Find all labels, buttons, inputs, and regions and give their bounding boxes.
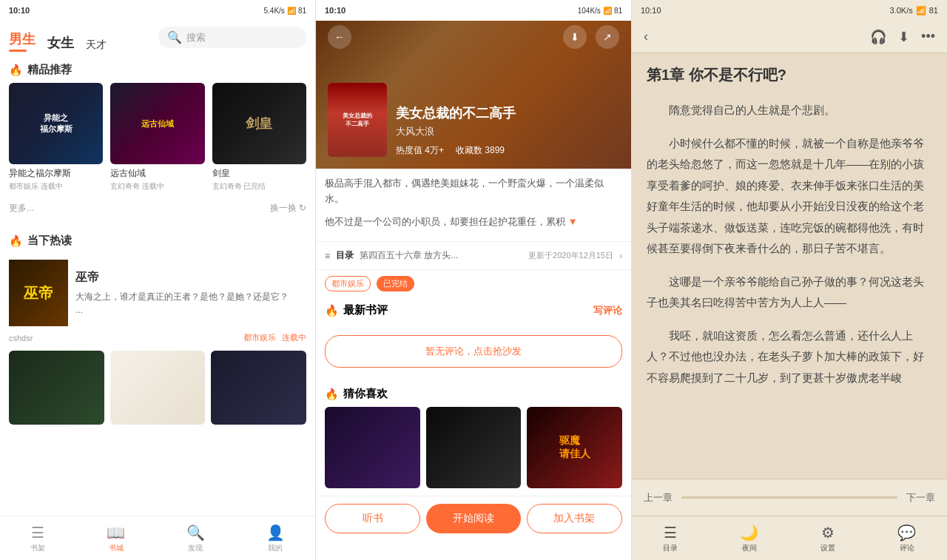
prev-chapter-button[interactable]: 上一章 (644, 491, 673, 505)
hot-book-desc: 大海之上，谁才是真正的王者？是他？是她？还是它？ (75, 290, 306, 303)
nav-item-shelf[interactable]: ☰ 书架 (30, 524, 45, 553)
p3-top-right: 🎧 ⬇ ••• (870, 29, 935, 45)
comments-label: 评论 (900, 543, 914, 553)
p3-back-button[interactable]: ‹ (644, 29, 648, 44)
tab-talent[interactable]: 天才 (86, 38, 107, 52)
p3-nav-night[interactable]: 🌙 夜间 (740, 524, 758, 553)
next-chapter-button[interactable]: 下一章 (906, 491, 935, 505)
network-speed-1: 5.4K/s (264, 7, 285, 15)
p2-tag-1[interactable]: 都市娱乐 (325, 276, 371, 291)
small-book-1[interactable] (9, 351, 104, 425)
back-button[interactable]: ← (328, 25, 351, 49)
chapter-date: 更新于2020年12月15日 (528, 250, 613, 261)
rec-book-3[interactable]: 驱魔请佳人 (527, 407, 622, 488)
shelf-label: 书架 (30, 543, 45, 553)
battery-1: 81 (298, 7, 306, 15)
p2-book-info: 美女总裁的不二高手 美女总裁的不二高手 大风大浪 热度值 4万+ 收藏数 389… (328, 83, 619, 157)
p3-reading-content: 第1章 你不是不行吧? 隋意觉得自己的人生就是个悲剧。 小时候什么都不懂的时候，… (632, 53, 947, 479)
p3-top-bar: ‹ 🎧 ⬇ ••• (632, 21, 947, 53)
p2-book-title: 美女总裁的不二高手 (396, 104, 516, 122)
hot-author: cshdsr (9, 334, 33, 343)
p2-tag-2[interactable]: 已完结 (377, 276, 414, 291)
signal-icon-3: 📶 (916, 6, 926, 16)
p3-nav-comments[interactable]: 💬 评论 (897, 524, 916, 553)
p2-hero: ← ⬇ ↗ 美女总裁的不二高手 美女总裁的不二高手 大风大浪 热度值 4万+ 收… (316, 21, 631, 169)
headphone-icon[interactable]: 🎧 (870, 29, 886, 45)
tab-female[interactable]: 女生 (47, 34, 74, 52)
book-item-3[interactable]: 剑皇 剑皇 玄幻奇奇 已完结 (212, 83, 306, 192)
panel-bookstore: 10:10 5.4K/s 📶 81 男生 女生 天才 🔍 (0, 0, 316, 560)
bottom-nav-1: ☰ 书架 📖 书城 🔍 发现 👤 我的 (0, 516, 315, 560)
book-cover-1: 异能之福尔摩斯 (9, 83, 103, 164)
store-label: 书城 (109, 543, 124, 553)
book-meta-2: 玄幻奇奇 连载中 (110, 181, 204, 192)
time-1: 10:10 (9, 6, 30, 15)
network-2: 104K/s (578, 7, 601, 15)
nav-item-store[interactable]: 📖 书城 (107, 524, 125, 553)
paragraph-4: 我呸，就咱这资质，怎么看怎么普通，还什么人上人？不过他也没办法，在老头子萝卜加大… (647, 325, 932, 389)
book-item-2[interactable]: 远古仙域 远古仙域 玄幻奇奇 连载中 (110, 83, 204, 192)
listen-button[interactable]: 听书 (325, 504, 420, 533)
progress-bar (681, 496, 897, 499)
p3-more-icon[interactable]: ••• (921, 29, 935, 44)
search-bar[interactable]: 🔍 搜索 (158, 27, 306, 48)
p2-chapter-bar[interactable]: ≡ 目录 第四百五十六章 放方头... 更新于2020年12月15日 › (316, 241, 631, 270)
p3-download-icon[interactable]: ⬇ (898, 29, 909, 45)
section-hot: 🔥 当下热读 (0, 226, 315, 254)
status-icons-2: 104K/s 📶 81 (578, 7, 622, 15)
hot-book-info: 巫帝 大海之上，谁才是真正的王者？是他？是她？还是它？ ... (75, 260, 306, 326)
p3-chapter-nav-bar: 上一章 下一章 (632, 479, 947, 516)
hot-book-cover: 巫帝 (9, 260, 68, 326)
p2-review-empty[interactable]: 暂无评论，点击抢沙发 (325, 335, 622, 368)
add-shelf-button[interactable]: 加入书架 (527, 504, 622, 533)
change-button[interactable]: 换一换 ↻ (270, 199, 306, 220)
write-review-button[interactable]: 写评论 (593, 304, 622, 317)
status-bar-2: 10:10 104K/s 📶 81 (316, 0, 631, 21)
panel-book-detail: 10:10 104K/s 📶 81 ← ⬇ ↗ 美女总裁的不二高手 美女总裁的不… (316, 0, 632, 560)
p2-desc: 极品高手混入都市，偶遇绝美姐妹花，一个野蛮火爆，一个温柔似水。 (325, 176, 622, 207)
section-featured: 🔥 精品推荐 (0, 55, 315, 83)
p2-reviews-header: 🔥 最新书评 写评论 (316, 297, 631, 323)
status-icons-1: 5.4K/s 📶 81 (264, 7, 306, 15)
settings-label: 设置 (820, 543, 835, 553)
fire-icon-rec: 🔥 (325, 388, 339, 401)
status-bar-3: 10:10 3.0K/s 📶 81 (632, 0, 947, 21)
night-label: 夜间 (742, 543, 757, 553)
p2-favorites: 收藏数 3899 (456, 144, 505, 157)
small-book-3[interactable] (211, 351, 306, 425)
share-icon[interactable]: ↗ (596, 25, 619, 49)
small-books-row (0, 348, 315, 432)
expand-icon[interactable]: ▼ (568, 216, 578, 227)
search-icon: 🔍 (167, 30, 182, 44)
nav-item-discover[interactable]: 🔍 发现 (186, 524, 205, 553)
rec-book-2[interactable] (426, 407, 522, 488)
p2-book-text: 美女总裁的不二高手 大风大浪 热度值 4万+ 收藏数 3899 (396, 104, 516, 157)
nav-item-profile[interactable]: 👤 我的 (266, 524, 285, 553)
toc-icon: ☰ (664, 524, 677, 542)
time-3: 10:10 (641, 6, 661, 15)
comments-icon: 💬 (897, 524, 916, 542)
profile-icon: 👤 (266, 524, 285, 542)
p2-description-area: 极品高手混入都市，偶遇绝美姐妹花，一个野蛮火爆，一个温柔似水。 他不过是一个公司… (316, 169, 631, 241)
rec-book-1[interactable] (325, 407, 420, 488)
fire-icon-2: 🔥 (9, 235, 23, 248)
book-item-1[interactable]: 异能之福尔摩斯 异能之福尔摩斯 都市娱乐 连载中 (9, 83, 103, 192)
hot-read-item[interactable]: 巫帝 巫帝 大海之上，谁才是真正的王者？是他？是她？还是它？ ... (0, 254, 315, 332)
status-bar-1: 10:10 5.4K/s 📶 81 (0, 0, 315, 21)
time-2: 10:10 (325, 6, 346, 15)
p2-tags: 都市娱乐 已完结 (316, 270, 631, 297)
download-icon[interactable]: ⬇ (563, 25, 587, 49)
small-book-2[interactable] (110, 351, 206, 425)
p2-desc2: 他不过是一个公司的小职员，却要担任起护花重任，累积 ▼ (325, 215, 622, 230)
p2-recommend-grid: 驱魔请佳人 (316, 407, 631, 496)
p3-nav-toc[interactable]: ☰ 目录 (663, 524, 678, 553)
book-cover-2: 远古仙域 (110, 83, 204, 164)
more-button[interactable]: 更多... (9, 199, 34, 220)
p3-nav-settings[interactable]: ⚙ 设置 (820, 524, 835, 553)
chapter-list-icon: ≡ (325, 251, 330, 261)
tabs-search-row: 男生 女生 天才 🔍 搜索 (9, 27, 306, 55)
tab-underline (9, 50, 27, 52)
hot-tag-1: 都市娱乐 (243, 332, 276, 343)
start-read-button[interactable]: 开始阅读 (426, 504, 520, 533)
tab-male[interactable]: 男生 (9, 30, 36, 52)
